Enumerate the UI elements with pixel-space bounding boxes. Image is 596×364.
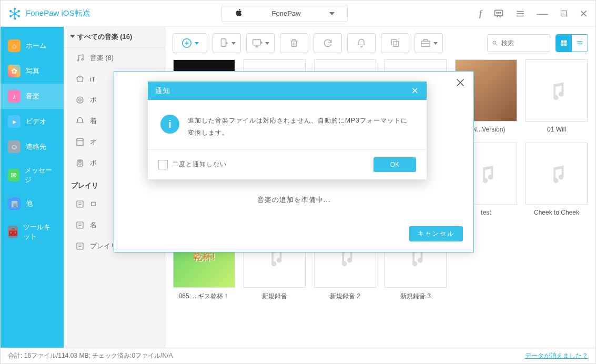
close-icon[interactable]: ✕	[579, 7, 588, 20]
search-icon	[492, 39, 498, 47]
facebook-icon[interactable]: f	[479, 9, 482, 18]
music-title: Cheek to Cheek	[525, 209, 588, 216]
nav-label: ホーム	[26, 41, 46, 50]
search-box[interactable]	[487, 34, 550, 52]
titlebar: FonePaw iOS転送 FonePaw f — ✕	[1, 1, 595, 27]
music-title: 01 Will	[525, 126, 588, 133]
nav-label: 写真	[26, 66, 39, 76]
dialog-ok-button[interactable]: OK	[373, 157, 416, 172]
music-title: 新規録音 2	[314, 292, 377, 301]
nav-label: 音楽	[26, 92, 39, 101]
svg-point-8	[497, 12, 498, 13]
nav-label: ビデオ	[26, 117, 46, 126]
app-logo-icon	[8, 7, 22, 21]
svg-point-12	[77, 59, 78, 61]
feedback-icon[interactable]	[493, 8, 504, 19]
sidebar-header[interactable]: すべての音楽 (16)	[64, 27, 165, 47]
toolbox-button[interactable]	[415, 33, 443, 53]
svg-point-1	[14, 7, 16, 9]
nav-video[interactable]: ▸ビデオ	[1, 109, 64, 134]
svg-point-5	[9, 15, 12, 17]
nav-label: 他	[26, 199, 33, 208]
menu-icon[interactable]	[516, 9, 525, 18]
nav-contacts[interactable]: ☺連絡先	[1, 134, 64, 159]
sidebar-item-label: オ	[90, 137, 97, 147]
svg-point-6	[18, 15, 20, 17]
expand-icon	[70, 35, 75, 38]
dont-show-again-checkbox[interactable]: 二度と通知しない	[158, 160, 227, 169]
home-icon: ⌂	[8, 39, 21, 52]
svg-point-2	[14, 17, 16, 19]
sidebar-item-label: ロ	[90, 199, 97, 209]
chevron-down-icon	[195, 42, 199, 45]
notify-dialog: 通知 ✕ i 追加した音楽ファイルは対応されません、自動的にMP3フォーマットに…	[148, 82, 427, 179]
sidebar-item-label: iT	[90, 75, 96, 83]
toolkit-icon: 🧰	[8, 226, 18, 238]
nav-toolkit[interactable]: 🧰ツールキット	[1, 216, 64, 248]
delete-button[interactable]	[280, 33, 308, 53]
nav-label: 連絡先	[26, 142, 46, 151]
refresh-button[interactable]	[314, 33, 342, 53]
nav-other[interactable]: ▦他	[1, 191, 64, 216]
svg-point-4	[18, 10, 20, 12]
status-link[interactable]: データが消えました？	[525, 351, 588, 360]
music-title: 新規録音 3	[384, 292, 447, 301]
apple-icon	[235, 8, 243, 18]
nav-home[interactable]: ⌂ホーム	[1, 33, 64, 58]
nav-music[interactable]: ♪音楽	[1, 84, 64, 109]
grid-view-button[interactable]	[556, 35, 572, 52]
view-toggle	[555, 34, 588, 52]
info-icon: i	[160, 115, 179, 134]
nav-rail: ⌂ホーム ✿写真 ♪音楽 ▸ビデオ ☺連絡先 ✉メッセージ ▦他 🧰ツールキット	[1, 27, 64, 348]
dialog-message: 追加した音楽ファイルは対応されません、自動的にMP3フォーマットに変換します。	[188, 115, 414, 139]
dialog-close-button[interactable]: ✕	[411, 86, 419, 96]
ringtone-button[interactable]	[347, 33, 376, 53]
svg-rect-29	[561, 41, 564, 43]
svg-rect-30	[564, 41, 567, 43]
music-thumb	[526, 59, 588, 122]
sidebar-item-label: 着	[90, 116, 97, 126]
music-card[interactable]: Cheek to Cheek	[525, 143, 588, 216]
svg-point-14	[77, 97, 83, 103]
chevron-down-icon	[329, 12, 335, 15]
svg-point-10	[500, 12, 501, 13]
chevron-down-icon	[231, 42, 236, 45]
export-to-pc-button[interactable]	[246, 33, 275, 53]
chevron-down-icon	[265, 42, 269, 45]
search-input[interactable]	[501, 39, 546, 47]
contacts-icon: ☺	[8, 140, 21, 153]
svg-point-3	[9, 10, 12, 12]
sidebar-item-label: ポ	[90, 95, 97, 105]
nav-photo[interactable]: ✿写真	[1, 58, 64, 84]
toolbar	[165, 27, 595, 59]
svg-rect-32	[564, 44, 567, 46]
status-text: 合計: 16ファイル/114.03 MB; チェック済み:0ファイル/N/A	[8, 351, 173, 360]
minimize-icon[interactable]: —	[537, 7, 548, 21]
music-card[interactable]: 01 Will	[525, 59, 588, 133]
svg-rect-26	[393, 42, 399, 47]
dedupe-button[interactable]	[381, 33, 409, 53]
svg-rect-24	[253, 40, 261, 45]
sidebar-header-text: すべての音楽 (16)	[77, 33, 133, 41]
svg-point-28	[493, 41, 496, 44]
nav-messages[interactable]: ✉メッセージ	[1, 159, 64, 191]
device-selector[interactable]: FonePaw	[221, 5, 348, 22]
overlay-close-button[interactable]	[454, 77, 467, 89]
list-view-button[interactable]	[572, 35, 588, 52]
export-to-device-button[interactable]	[213, 33, 241, 53]
svg-point-9	[498, 12, 499, 13]
apps-icon: ▦	[8, 197, 21, 210]
add-button[interactable]	[173, 33, 207, 53]
sidebar-item[interactable]: 音楽 (8)	[64, 47, 165, 68]
status-bar: 合計: 16ファイル/114.03 MB; チェック済み:0ファイル/N/A デ…	[1, 348, 595, 363]
dialog-title: 通知	[155, 86, 171, 96]
overlay-text: 音楽の追加を準備中...	[257, 196, 331, 204]
maximize-icon[interactable]	[560, 9, 568, 17]
svg-rect-23	[221, 39, 226, 47]
checkbox-box	[158, 160, 168, 169]
checkbox-label: 二度と通知しない	[172, 160, 227, 169]
music-title: 065: ...ギス乾杯！	[173, 292, 236, 301]
sidebar-item-label: ボ	[90, 158, 97, 168]
overlay-cancel-button[interactable]: キャンセル	[409, 226, 463, 241]
svg-rect-31	[561, 44, 564, 46]
